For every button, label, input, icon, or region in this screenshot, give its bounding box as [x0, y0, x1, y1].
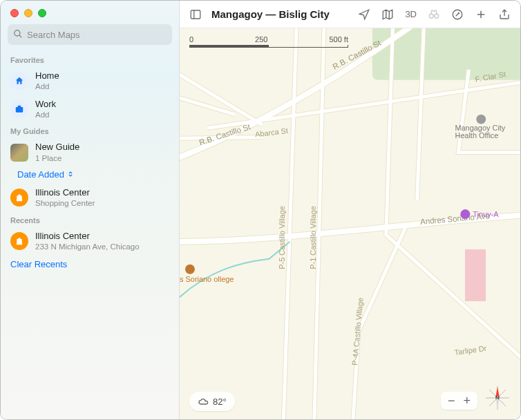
- map-svg: R.B. Castillo St R.B. Castillo St F. Cla…: [180, 28, 520, 419]
- window-controls: [8, 6, 172, 24]
- main-pane: Mangagoy — Bislig City 3D: [180, 1, 520, 419]
- chevron-sort-icon: [67, 171, 74, 178]
- svg-line-1: [19, 35, 21, 37]
- binoculars-icon: [428, 8, 440, 21]
- svg-text:N: N: [495, 394, 500, 401]
- favorite-sub: Add: [35, 82, 59, 91]
- recent-title: Illinois Center: [35, 231, 140, 242]
- weather-temp: 82°: [213, 397, 227, 407]
- svg-point-6: [435, 14, 439, 18]
- guide-item[interactable]: New Guide 1 Place: [8, 138, 172, 166]
- guides-heading: My Guides: [10, 127, 172, 135]
- sidebar: Favorites Home Add Work Add My Guides Ne…: [1, 1, 180, 419]
- recent-sub: 233 N Michigan Ave, Chicago: [35, 242, 140, 251]
- recents-heading: Recents: [10, 216, 172, 225]
- briefcase-icon: [10, 100, 28, 118]
- directions-icon[interactable]: [451, 8, 464, 21]
- location-title: Mangagoy — Bislig City: [211, 8, 348, 20]
- fullscreen-button[interactable]: [38, 9, 46, 17]
- cloud-icon: [198, 396, 209, 407]
- search-input[interactable]: [8, 24, 172, 45]
- guide-thumb: [10, 144, 28, 162]
- toolbar: Mangagoy — Bislig City 3D: [180, 1, 520, 28]
- svg-text:Mangagoy CityHealth Office: Mangagoy CityHealth Office: [455, 124, 505, 140]
- search-icon: [13, 29, 23, 41]
- svg-rect-2: [16, 107, 23, 113]
- bag-icon: [10, 189, 28, 207]
- share-icon[interactable]: [498, 8, 511, 21]
- svg-text:Abarca St: Abarca St: [254, 126, 288, 139]
- svg-rect-3: [191, 10, 200, 19]
- guide-sub: 1 Place: [35, 153, 79, 163]
- map-canvas[interactable]: R.B. Castillo St R.B. Castillo St F. Cla…: [180, 28, 520, 419]
- favorite-home[interactable]: Home Add: [8, 67, 172, 95]
- zoom-controls: − +: [441, 392, 477, 410]
- svg-point-0: [15, 30, 20, 36]
- svg-point-22: [476, 115, 486, 124]
- recent-item[interactable]: Illinois Center 233 N Michigan Ave, Chic…: [8, 227, 172, 256]
- locate-icon[interactable]: [358, 8, 370, 21]
- guide-title: New Guide: [35, 142, 79, 153]
- sidebar-toggle-icon[interactable]: [189, 8, 202, 21]
- bag-icon: [10, 232, 28, 250]
- scale-tick: 500 ft: [329, 35, 348, 44]
- favorites-heading: Favorites: [10, 56, 172, 64]
- clear-recents-button[interactable]: Clear Recents: [8, 255, 172, 274]
- compass[interactable]: N: [483, 383, 512, 412]
- listing-sub: Shopping Center: [35, 198, 95, 208]
- scale-tick: 0: [189, 35, 193, 44]
- toolbar-actions: 3D: [358, 8, 511, 21]
- svg-point-24: [460, 209, 470, 219]
- map-mode-icon[interactable]: [381, 8, 394, 21]
- minimize-button[interactable]: [24, 9, 32, 17]
- svg-text:P-5 Castillo Village: P-5 Castillo Village: [278, 206, 286, 269]
- favorite-title: Work: [35, 99, 56, 110]
- close-button[interactable]: [10, 9, 19, 17]
- favorite-sub: Add: [35, 110, 56, 120]
- add-icon[interactable]: [475, 8, 487, 21]
- favorite-work[interactable]: Work Add: [8, 95, 172, 124]
- svg-text:Tarlipe Dr: Tarlipe Dr: [454, 344, 487, 356]
- listing-title: Illinois Center: [35, 187, 95, 198]
- sort-label: Date Added: [17, 169, 64, 180]
- listing-item[interactable]: Illinois Center Shopping Center: [8, 184, 172, 212]
- scale-bar: 0 250 500 ft: [189, 35, 348, 48]
- zoom-out-button[interactable]: −: [448, 394, 455, 408]
- scale-tick: 250: [255, 35, 267, 44]
- svg-text:P-4A Castillo Village: P-4A Castillo Village: [350, 297, 365, 365]
- zoom-in-button[interactable]: +: [463, 394, 471, 408]
- app-window: Favorites Home Add Work Add My Guides Ne…: [0, 0, 521, 420]
- svg-text:P-1 Castillo Village: P-1 Castillo Village: [309, 206, 317, 269]
- weather-chip[interactable]: 82°: [189, 392, 235, 411]
- svg-text:s Soriano
ollege: s Soriano ollege: [180, 275, 234, 283]
- 3d-toggle[interactable]: 3D: [405, 9, 417, 19]
- svg-text:Tinuy-A: Tinuy-A: [473, 210, 499, 218]
- svg-point-5: [429, 14, 433, 18]
- search-wrap: [8, 24, 172, 45]
- svg-point-20: [185, 265, 195, 274]
- favorite-title: Home: [35, 70, 59, 82]
- home-icon: [10, 72, 28, 90]
- sort-date-added[interactable]: Date Added: [8, 166, 172, 184]
